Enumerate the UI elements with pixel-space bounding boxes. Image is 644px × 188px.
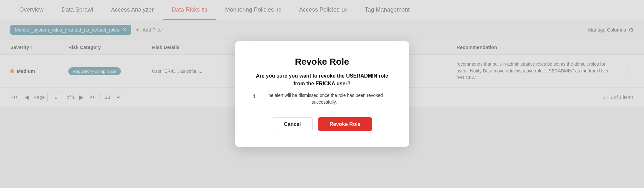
modal-info: ℹ The alert will be dismissed once the r… xyxy=(253,92,391,106)
modal-overlay[interactable]: Revoke Role Are you sure you want to rev… xyxy=(0,0,644,188)
revoke-role-button[interactable]: Revoke Role xyxy=(318,117,372,131)
cancel-button[interactable]: Cancel xyxy=(272,117,312,131)
modal-title: Revoke Role xyxy=(253,57,391,67)
info-icon: ℹ xyxy=(253,92,255,100)
modal-actions: Cancel Revoke Role xyxy=(253,117,391,131)
revoke-role-modal: Revoke Role Are you sure you want to rev… xyxy=(235,41,409,147)
modal-info-text: The alert will be dismissed once the rol… xyxy=(258,92,391,106)
modal-subtitle: Are you sure you want to revoke the USER… xyxy=(253,72,391,88)
